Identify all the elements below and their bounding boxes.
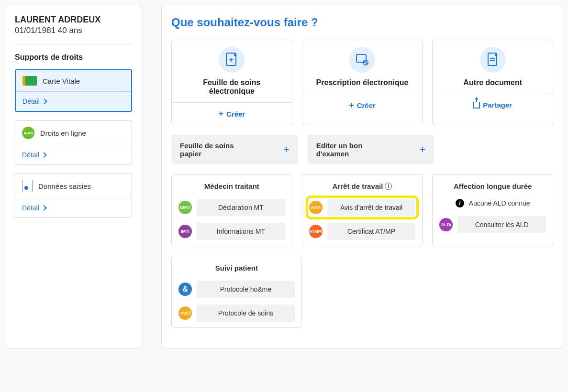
pill-protocole-soins[interactable]: PSEi Protocole de soins: [178, 305, 295, 322]
card-fse: Feuille de soins électronique + Créer: [171, 40, 292, 125]
support-header[interactable]: ADRi Droits en ligne: [15, 121, 132, 145]
card-label: Prescription électronique: [309, 78, 416, 94]
group-suivi-patient: Suivi patient & Protocole ho&me PSEi Pro…: [171, 256, 302, 328]
support-donnees-saisies[interactable]: Données saisies Détail: [15, 174, 132, 218]
chevron-right-icon: [42, 98, 47, 104]
card-autre-document: Autre document Partager: [432, 40, 553, 125]
group-title: Affection longue durée: [439, 182, 546, 190]
info-icon[interactable]: i: [385, 183, 392, 190]
card-label: Autre document: [456, 78, 530, 94]
plus-icon: +: [419, 144, 425, 155]
rx-icon: [349, 47, 375, 73]
support-detail-link[interactable]: Détail: [15, 145, 132, 164]
row-primary-actions: Feuille de soins électronique + Créer Pr…: [171, 40, 553, 125]
badge-icon: AATi: [309, 201, 323, 214]
row-groups-2: Suivi patient & Protocole ho&me PSEi Pro…: [171, 256, 553, 328]
support-droits-en-ligne[interactable]: ADRi Droits en ligne Détail: [15, 120, 132, 165]
group-title: Médecin traitant: [178, 182, 285, 190]
svg-rect-3: [356, 54, 366, 62]
support-detail-link[interactable]: Détail: [15, 198, 132, 218]
patient-meta: 01/01/1981 40 ans: [15, 26, 132, 35]
row-groups: Médecin traitant DMTi Déclaration MT IMT…: [171, 174, 553, 246]
form-icon: [22, 180, 33, 192]
support-header[interactable]: Données saisies: [15, 174, 132, 198]
card-prescription: Prescription électronique + Créer: [302, 40, 423, 125]
create-button[interactable]: + Créer: [302, 94, 423, 116]
info-icon: i: [456, 199, 464, 207]
flat-card-bon-examen[interactable]: Editer un bon d'examen +: [308, 135, 434, 164]
pill-certificat-atmp[interactable]: ATMPi Certificat AT/MP: [309, 223, 416, 240]
flat-card-fsp[interactable]: Feuille de soins papier +: [171, 135, 298, 164]
chevron-right-icon: [41, 205, 46, 210]
group-title: Arrêt de travail i: [309, 182, 416, 190]
badge-icon: &: [178, 283, 192, 296]
group-ald: Affection longue durée i Aucune ALD conn…: [432, 174, 553, 246]
create-button[interactable]: + Créer: [172, 102, 292, 125]
pill-informations-mt[interactable]: IMTi Informations MT: [178, 223, 285, 240]
doc-plus-icon: [219, 47, 245, 73]
support-header[interactable]: Carte Vitale: [16, 70, 131, 92]
group-medecin-traitant: Médecin traitant DMTi Déclaration MT IMT…: [171, 174, 292, 246]
badge-icon: ATMPi: [309, 225, 323, 238]
row-secondary-actions: Feuille de soins papier + Editer un bon …: [171, 135, 553, 164]
badge-icon: DMTi: [178, 201, 192, 214]
badge-icon: PSEi: [178, 306, 192, 320]
pill-consulter-ald[interactable]: ALDi Consulter les ALD: [439, 216, 546, 233]
pill-protocole-home[interactable]: & Protocole ho&me: [178, 281, 295, 298]
plus-icon: +: [349, 101, 354, 109]
sidebar: LAURENT ADRDEUX 01/01/1981 40 ans Suppor…: [5, 5, 142, 348]
pill-declaration-mt[interactable]: DMTi Déclaration MT: [178, 199, 285, 216]
main-panel: Que souhaitez-vous faire ? Feuille de so…: [161, 5, 563, 348]
plus-icon: +: [283, 144, 290, 155]
pill-avis-arret-travail[interactable]: AATi Avis d'arrêt de travail: [309, 199, 416, 216]
share-icon: [473, 102, 480, 109]
group-title: Suivi patient: [178, 264, 295, 272]
carte-vitale-icon: [22, 76, 37, 86]
support-carte-vitale[interactable]: Carte Vitale Détail: [15, 69, 132, 112]
group-arret-travail: Arrêt de travail i AATi Avis d'arrêt de …: [302, 174, 423, 246]
plus-icon: +: [218, 109, 223, 118]
chevron-right-icon: [41, 152, 46, 157]
main-title: Que souhaitez-vous faire ?: [171, 16, 553, 29]
ald-status: i Aucune ALD connue: [439, 199, 546, 207]
doc-icon: [480, 47, 506, 73]
patient-name: LAURENT ADRDEUX: [15, 15, 132, 25]
badge-icon: IMTi: [178, 225, 192, 238]
badge-icon: ALDi: [439, 218, 453, 231]
supports-title: Supports de droits: [15, 53, 132, 62]
support-detail-link[interactable]: Détail: [16, 92, 131, 111]
adri-icon: ADRi: [22, 127, 34, 139]
card-label: Feuille de soins électronique: [172, 78, 292, 102]
share-button[interactable]: Partager: [433, 94, 553, 116]
